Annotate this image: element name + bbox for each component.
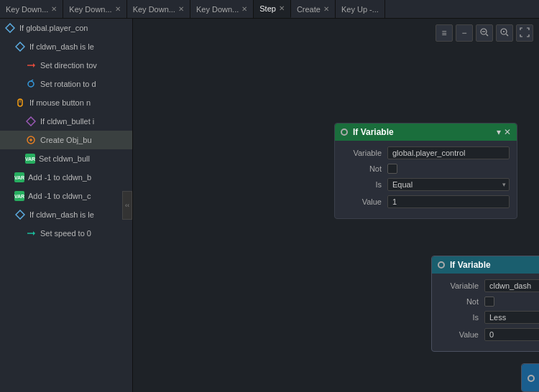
- svg-marker-3: [33, 63, 35, 67]
- speed-icon: [25, 228, 37, 239]
- zoom-in-btn[interactable]: −: [456, 24, 473, 42]
- card-menu-btn-1[interactable]: ▾: [497, 127, 501, 137]
- zoom-out-btn[interactable]: [476, 24, 493, 42]
- svg-marker-8: [27, 117, 35, 126]
- not-checkbox-2[interactable]: [484, 297, 494, 307]
- card-set-point-direction: Set Point Directi...: [521, 363, 539, 392]
- card-body-1: Variable global.player_control Not Is Eq…: [335, 141, 517, 218]
- card-pin-left-1: [341, 129, 348, 136]
- is-select-wrapper-2: Equal Not Equal Less Less or Equal Great…: [484, 311, 539, 324]
- value-value-1[interactable]: 1: [387, 195, 510, 208]
- menu-btn[interactable]: ≡: [436, 24, 453, 42]
- svg-marker-1: [16, 42, 24, 51]
- tab-key-down-4[interactable]: Key Down... ✕: [190, 0, 254, 18]
- svg-marker-12: [16, 210, 24, 219]
- sidebar-item-3[interactable]: Set rotation to d: [0, 75, 132, 93]
- card-if-variable-2: If Variable ▾ ✕ Variable cldwn_dash Not …: [431, 256, 539, 352]
- mouse-icon: [14, 97, 26, 108]
- canvas-area: ≡ −: [133, 19, 539, 392]
- main-area: If global.player_con If cldwn_dash is le…: [0, 19, 539, 392]
- tab-close-3[interactable]: ✕: [178, 5, 184, 13]
- card-actions-1: ▾ ✕: [497, 127, 511, 137]
- card-not-row-1: Not: [342, 164, 510, 174]
- sidebar-item-7[interactable]: VAR Set cldwn_bull: [0, 149, 132, 168]
- svg-marker-0: [6, 24, 14, 32]
- sidebar-item-6[interactable]: Create Obj_bu: [0, 131, 132, 149]
- tab-close-5[interactable]: ✕: [279, 4, 285, 12]
- bullet-icon: [25, 116, 37, 127]
- sidebar-item-0[interactable]: If global.player_con: [0, 19, 132, 37]
- tab-key-down-3[interactable]: Key Down... ✕: [127, 0, 190, 18]
- value-value-2[interactable]: 0: [484, 328, 539, 341]
- card-is-row-1: Is Equal Not Equal Less Less or Equal Gr…: [342, 178, 510, 191]
- if-icon-1: [14, 41, 26, 52]
- card-pin-left-2: [438, 261, 445, 269]
- variable-value-1: global.player_control: [387, 146, 510, 159]
- var-icon-1: VAR: [14, 172, 24, 182]
- card-header-3: Set Point Directi...: [522, 364, 539, 392]
- tab-key-down-2[interactable]: Key Down... ✕: [63, 0, 126, 18]
- dir-icon: [25, 60, 37, 71]
- svg-point-19: [503, 31, 505, 32]
- rot-icon: [25, 78, 37, 90]
- svg-marker-14: [33, 231, 35, 235]
- tab-create[interactable]: Create ✕: [291, 0, 336, 18]
- tab-key-up[interactable]: Key Up -...: [336, 0, 385, 18]
- card-header-2: If Variable ▾ ✕: [432, 256, 539, 274]
- card-is-row-2: Is Equal Not Equal Less Less or Equal Gr…: [439, 311, 539, 324]
- sidebar-collapse-btn[interactable]: ‹‹: [122, 191, 132, 220]
- sidebar-item-1[interactable]: If cldwn_dash is le: [0, 37, 132, 56]
- sidebar: If global.player_con If cldwn_dash is le…: [0, 19, 133, 392]
- card-if-variable-1: If Variable ▾ ✕ Variable global.player_c…: [334, 123, 517, 219]
- tab-close-4[interactable]: ✕: [241, 5, 247, 13]
- var-icon-2: VAR: [14, 191, 24, 201]
- card-close-btn-1[interactable]: ✕: [504, 127, 511, 137]
- card-value-row-2: Value 0: [439, 328, 539, 341]
- card-not-row-2: Not: [439, 297, 539, 307]
- fullscreen-btn[interactable]: [516, 24, 533, 42]
- if-icon-0: [4, 22, 16, 34]
- tab-key-down-1[interactable]: Key Down... ✕: [0, 0, 63, 18]
- tab-step[interactable]: Step ✕: [254, 0, 291, 18]
- sidebar-item-10[interactable]: If cldwn_dash is le: [0, 205, 132, 224]
- svg-point-4: [28, 81, 34, 87]
- tab-close-1[interactable]: ✕: [51, 5, 57, 13]
- card-value-row-1: Value 1: [342, 195, 510, 208]
- card-body-2: Variable cldwn_dash Not Is Equal Not Equ…: [432, 274, 539, 351]
- canvas-toolbar: ≡ −: [436, 24, 533, 42]
- card-pin-left-3a: [528, 375, 535, 382]
- create-icon: [25, 134, 37, 146]
- sidebar-item-11[interactable]: Set speed to 0: [0, 224, 132, 243]
- sidebar-item-4[interactable]: If mouse button n: [0, 93, 132, 112]
- tab-bar: Key Down... ✕ Key Down... ✕ Key Down... …: [0, 0, 539, 19]
- is-select-2[interactable]: Equal Not Equal Less Less or Equal Great…: [484, 311, 539, 324]
- tab-close-6[interactable]: ✕: [323, 5, 329, 13]
- is-select-1[interactable]: Equal Not Equal Less Less or Equal Great…: [387, 178, 510, 191]
- zoom-reset-btn[interactable]: [496, 24, 513, 42]
- card-variable-row-1: Variable global.player_control: [342, 146, 510, 159]
- card-header-1: If Variable ▾ ✕: [335, 123, 517, 141]
- svg-line-5: [31, 80, 33, 81]
- sidebar-item-8[interactable]: VAR Add -1 to cldwn_b: [0, 168, 132, 187]
- is-select-wrapper-1: Equal Not Equal Less Less or Equal Great…: [387, 178, 510, 191]
- var-icon-0: VAR: [25, 154, 35, 164]
- not-checkbox-1[interactable]: [387, 164, 397, 174]
- tab-close-2[interactable]: ✕: [115, 5, 121, 13]
- sidebar-item-5[interactable]: If cldwn_bullet i: [0, 112, 132, 131]
- card-variable-row-2: Variable cldwn_dash: [439, 279, 539, 292]
- if-icon-10: [14, 209, 26, 220]
- sidebar-item-2[interactable]: Set direction tov: [0, 56, 132, 75]
- sidebar-item-9[interactable]: VAR Add -1 to cldwn_c: [0, 187, 132, 205]
- variable-value-2: cldwn_dash: [484, 279, 539, 292]
- svg-line-20: [507, 34, 509, 36]
- svg-line-17: [487, 34, 489, 36]
